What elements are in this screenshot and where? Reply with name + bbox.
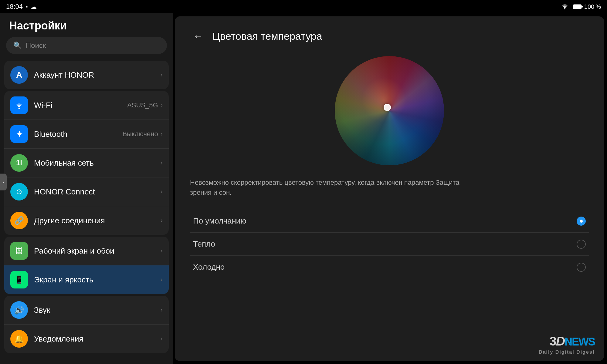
bluetooth-icon-wrap: ✦ <box>10 125 28 143</box>
mobile-network-label: Мобильная сеть <box>34 158 161 168</box>
left-edge-arrow[interactable]: › <box>0 174 7 190</box>
settings-panel: Настройки 🔍 Поиск A Аккаунт HONOR › <box>0 13 173 364</box>
status-bar: 18:04 ▪ ☁ 100% <box>0 0 607 13</box>
battery-percent: 100 <box>584 3 594 10</box>
honor-connect-label: HONOR Connect <box>34 187 161 197</box>
settings-item-mobile-network[interactable]: 1l Мобильная сеть › <box>4 149 169 177</box>
back-button[interactable]: ← <box>190 29 206 44</box>
watermark-tagline: Daily Digital Digest <box>539 349 595 355</box>
info-text: Невозможно скорректировать цветовую темп… <box>190 177 463 197</box>
option-cool[interactable]: Холодно <box>190 256 589 278</box>
honor-connect-chevron: › <box>161 188 163 196</box>
display-label: Экран и яркость <box>34 275 161 285</box>
svg-point-0 <box>564 8 565 9</box>
option-warm-radio[interactable] <box>577 240 586 249</box>
audio-group: 🔊 Звук › 🔔 Уведомления › <box>4 296 169 353</box>
search-placeholder: Поиск <box>26 41 46 50</box>
other-connections-chevron: › <box>161 217 163 224</box>
sim-icon: ▪ <box>26 4 28 10</box>
time: 18:04 <box>6 3 23 11</box>
sound-label: Звук <box>34 305 161 315</box>
panel-header: ← Цветовая температура <box>190 29 589 44</box>
wifi-status-icon <box>561 3 569 11</box>
color-wheel-selector <box>384 104 391 111</box>
option-cool-label: Холодно <box>193 262 225 272</box>
settings-item-honor-connect[interactable]: ⊙ HONOR Connect › <box>4 177 169 206</box>
color-wheel-container <box>190 56 589 165</box>
settings-header: Настройки <box>0 13 173 37</box>
display-chevron: › <box>161 276 163 284</box>
panel-title: Цветовая температура <box>212 30 322 42</box>
battery-icon: 100% <box>573 3 601 10</box>
account-group: A Аккаунт HONOR › <box>4 61 169 89</box>
wifi-chevron: › <box>161 101 163 109</box>
other-connections-icon-wrap: 🔗 <box>10 212 28 229</box>
settings-item-wifi[interactable]: Wi-Fi ASUS_5G › <box>4 91 169 120</box>
display-icon-wrap: 📱 <box>10 271 28 288</box>
status-right: 100% <box>561 3 601 11</box>
notifications-label: Уведомления <box>34 334 161 344</box>
homescreen-icon-wrap: 🖼 <box>10 242 28 260</box>
settings-item-homescreen[interactable]: 🖼 Рабочий экран и обои › <box>4 237 169 265</box>
status-left: 18:04 ▪ ☁ <box>6 3 37 11</box>
option-warm-label: Тепло <box>193 239 215 249</box>
svg-rect-2 <box>573 5 581 8</box>
settings-item-bluetooth[interactable]: ✦ Bluetooth Выключено › <box>4 120 169 149</box>
search-bar[interactable]: 🔍 Поиск <box>6 37 167 54</box>
watermark-logo: 3DNEWS <box>539 334 595 349</box>
option-default[interactable]: По умолчанию <box>190 210 589 233</box>
bluetooth-value: Выключено <box>122 130 158 138</box>
sound-chevron: › <box>161 306 163 314</box>
option-warm[interactable]: Тепло <box>190 233 589 256</box>
bluetooth-chevron: › <box>161 130 163 138</box>
honor-connect-icon-wrap: ⊙ <box>10 183 28 201</box>
svg-point-4 <box>19 108 20 109</box>
display-group: 🖼 Рабочий экран и обои › 📱 Экран и яркос… <box>4 237 169 294</box>
mobile-network-icon-wrap: 1l <box>10 154 28 172</box>
honor-account-icon: A <box>10 66 28 84</box>
option-default-radio[interactable] <box>577 217 586 226</box>
honor-account-label: Аккаунт HONOR <box>34 70 161 80</box>
connectivity-group: Wi-Fi ASUS_5G › ✦ Bluetooth Выключено › <box>4 91 169 235</box>
honor-account-chevron: › <box>161 71 163 79</box>
other-connections-label: Другие соединения <box>34 216 161 225</box>
color-wheel[interactable] <box>335 56 444 165</box>
mobile-network-chevron: › <box>161 159 163 167</box>
search-icon: 🔍 <box>13 42 22 49</box>
option-default-label: По умолчанию <box>193 216 246 226</box>
watermark: 3DNEWS Daily Digital Digest <box>539 334 595 355</box>
settings-item-honor-account[interactable]: A Аккаунт HONOR › <box>4 61 169 89</box>
option-cool-radio[interactable] <box>577 263 586 272</box>
color-temp-panel: ← Цветовая температура Невозможно скорре… <box>175 16 604 361</box>
notifications-chevron: › <box>161 335 163 343</box>
settings-item-sound[interactable]: 🔊 Звук › <box>4 296 169 325</box>
wifi-value: ASUS_5G <box>127 101 158 109</box>
main-content: Настройки 🔍 Поиск A Аккаунт HONOR › <box>0 13 607 364</box>
wifi-icon-wrap <box>10 96 28 114</box>
settings-title: Настройки <box>9 19 67 32</box>
sound-icon-wrap: 🔊 <box>10 301 28 319</box>
settings-list: A Аккаунт HONOR › <box>0 59 173 364</box>
cloud-icon: ☁ <box>31 3 37 10</box>
homescreen-chevron: › <box>161 247 163 255</box>
notifications-icon-wrap: 🔔 <box>10 330 28 348</box>
settings-item-notifications[interactable]: 🔔 Уведомления › <box>4 325 169 353</box>
settings-item-other-connections[interactable]: 🔗 Другие соединения › <box>4 206 169 235</box>
options-container: По умолчанию Тепло Холодно <box>190 210 589 278</box>
svg-rect-3 <box>582 6 583 8</box>
wifi-label: Wi-Fi <box>34 101 127 110</box>
bluetooth-label: Bluetooth <box>34 130 122 139</box>
homescreen-label: Рабочий экран и обои <box>34 246 161 256</box>
settings-item-display[interactable]: 📱 Экран и яркость › <box>4 265 169 294</box>
